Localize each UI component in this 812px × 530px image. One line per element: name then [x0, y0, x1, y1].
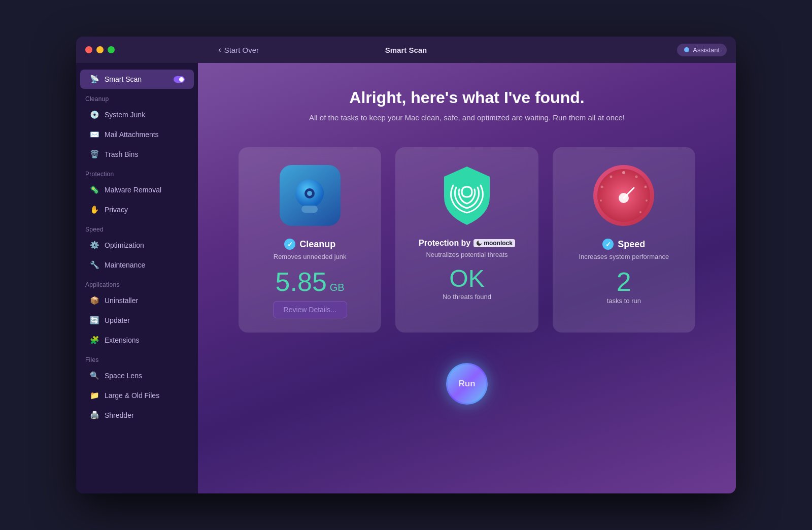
smart-scan-toggle[interactable] [174, 76, 185, 83]
sidebar-item-maintenance[interactable]: 🔧 Maintenance [80, 255, 194, 275]
cleanup-title-row: ✓ Cleanup [284, 239, 335, 250]
mail-attachments-icon: ✉️ [89, 129, 99, 140]
protection-card: Protection by moonlock Neutralizes poten… [395, 147, 538, 333]
protection-meta: No threats found [443, 293, 491, 301]
sidebar: 📡 Smart Scan Cleanup 💿 System Junk ✉️ Ma… [76, 63, 198, 493]
sidebar-item-mail-attachments[interactable]: ✉️ Mail Attachments [80, 125, 194, 144]
back-label: Start Over [224, 46, 259, 54]
maintenance-icon: 🔧 [89, 260, 99, 270]
space-lens-label: Space Lens [105, 372, 142, 380]
cleanup-subtitle: Removes unneeded junk [274, 253, 347, 260]
main-subheading: All of the tasks to keep your Mac clean,… [309, 113, 625, 122]
disk-icon [280, 165, 341, 226]
sidebar-item-uninstaller[interactable]: 📦 Uninstaller [80, 291, 194, 310]
assistant-button[interactable]: Assistant [677, 44, 727, 56]
app-window: ‹ Start Over Smart Scan Assistant 📡 Smar… [76, 37, 736, 493]
svg-point-2 [307, 191, 312, 196]
large-old-files-label: Large & Old Files [105, 391, 159, 400]
system-junk-label: System Junk [105, 111, 145, 119]
svg-point-10 [610, 176, 613, 178]
sidebar-item-system-junk[interactable]: 💿 System Junk [80, 105, 194, 124]
sidebar-item-space-lens[interactable]: 🔍 Space Lens [80, 366, 194, 385]
optimization-icon: ⚙️ [89, 240, 99, 250]
protection-subtitle: Neutralizes potential threats [426, 251, 507, 258]
svg-point-6 [635, 176, 638, 178]
cleanup-value-row: 5.85 GB [276, 269, 345, 297]
sidebar-item-malware-removal[interactable]: 🦠 Malware Removal [80, 180, 194, 200]
assistant-label: Assistant [693, 46, 720, 54]
sidebar-item-extensions[interactable]: 🧩 Extensions [80, 330, 194, 350]
protection-title: Protection by [419, 239, 470, 248]
sidebar-item-updater[interactable]: 🔄 Updater [80, 311, 194, 330]
main-content: Alright, here's what I've found. All of … [198, 63, 736, 493]
cards-row: ✓ Cleanup Removes unneeded junk 5.85 GB … [239, 147, 695, 333]
sidebar-item-shredder[interactable]: 🖨️ Shredder [80, 406, 194, 425]
updater-label: Updater [105, 316, 130, 324]
app-body: 📡 Smart Scan Cleanup 💿 System Junk ✉️ Ma… [76, 63, 736, 493]
protection-title-row: Protection by moonlock [419, 239, 515, 248]
speed-icon-area [591, 162, 657, 228]
moonlock-label: moonlock [484, 240, 513, 247]
cleanup-value: 5.85 [276, 269, 327, 295]
svg-point-5 [622, 171, 625, 174]
svg-point-9 [639, 211, 641, 213]
sidebar-item-privacy[interactable]: ✋ Privacy [80, 200, 194, 219]
protection-icon-area [434, 162, 500, 228]
smart-scan-label: Smart Scan [105, 75, 142, 83]
cleanup-unit: GB [330, 282, 345, 293]
privacy-label: Privacy [105, 206, 128, 214]
svg-point-8 [646, 200, 648, 202]
uninstaller-icon: 📦 [89, 295, 99, 306]
back-button[interactable]: ‹ Start Over [218, 45, 259, 55]
section-label-cleanup: Cleanup [76, 89, 198, 105]
speed-title: Speed [618, 239, 645, 250]
mail-attachments-label: Mail Attachments [105, 130, 159, 139]
fullscreen-button[interactable] [108, 46, 115, 53]
speed-value: 2 [617, 269, 631, 295]
section-label-protection: Protection [76, 164, 198, 180]
system-junk-icon: 💿 [89, 110, 99, 120]
svg-point-7 [645, 186, 647, 188]
uninstaller-label: Uninstaller [105, 296, 138, 305]
run-button-container: Run [446, 363, 488, 405]
sidebar-item-optimization[interactable]: ⚙️ Optimization [80, 236, 194, 255]
malware-removal-icon: 🦠 [89, 185, 99, 195]
trash-bins-label: Trash Bins [105, 150, 138, 158]
sidebar-item-large-old-files[interactable]: 📁 Large & Old Files [80, 386, 194, 405]
smart-scan-icon: 📡 [89, 74, 99, 84]
chevron-left-icon: ‹ [218, 45, 221, 55]
sidebar-item-smart-scan[interactable]: 📡 Smart Scan [80, 70, 194, 89]
main-heading: Alright, here's what I've found. [349, 88, 584, 107]
shield-icon [436, 162, 497, 228]
sidebar-item-trash-bins[interactable]: 🗑️ Trash Bins [80, 145, 194, 164]
speed-subtitle: Increases system performance [579, 253, 669, 260]
large-old-files-icon: 📁 [89, 390, 99, 401]
privacy-icon: ✋ [89, 205, 99, 215]
svg-point-12 [600, 200, 602, 202]
traffic-lights [85, 46, 115, 53]
speed-meta: tasks to run [607, 297, 641, 305]
titlebar: ‹ Start Over Smart Scan Assistant [76, 37, 736, 63]
shredder-icon: 🖨️ [89, 410, 99, 420]
shredder-label: Shredder [105, 411, 134, 419]
section-label-files: Files [76, 350, 198, 366]
review-details-button[interactable]: Review Details... [273, 301, 347, 318]
moonlock-brand: moonlock [473, 239, 515, 247]
maintenance-label: Maintenance [105, 261, 145, 269]
cleanup-icon-area [277, 162, 343, 228]
cleanup-title: Cleanup [299, 239, 335, 250]
section-label-speed: Speed [76, 220, 198, 235]
section-label-applications: Applications [76, 275, 198, 290]
optimization-label: Optimization [105, 241, 144, 249]
cleanup-card: ✓ Cleanup Removes unneeded junk 5.85 GB … [239, 147, 381, 333]
svg-point-11 [601, 186, 603, 188]
space-lens-icon: 🔍 [89, 371, 99, 381]
close-button[interactable] [85, 46, 92, 53]
minimize-button[interactable] [96, 46, 104, 53]
run-button[interactable]: Run [446, 363, 488, 405]
titlebar-center: Smart Scan [385, 46, 427, 54]
svg-rect-3 [301, 206, 318, 213]
assistant-dot [684, 47, 689, 52]
speed-check-icon: ✓ [602, 239, 614, 250]
extensions-label: Extensions [105, 336, 139, 344]
